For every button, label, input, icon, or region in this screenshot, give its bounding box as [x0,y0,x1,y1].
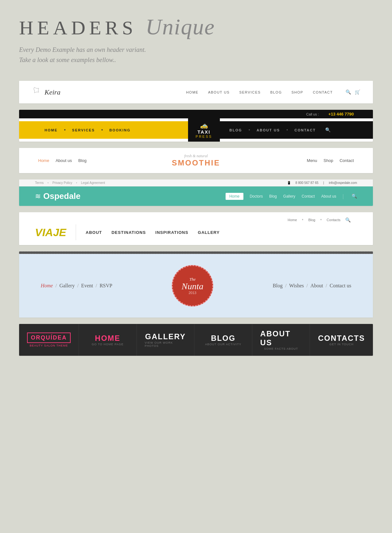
nunta-nav-contact[interactable]: Contact us [330,283,351,289]
header-ospedale: Terms • Privacy Policy • Legal Agreement… [19,179,373,206]
ospedale-logo: ≋ Ospedale [35,191,226,201]
hero-subtitle: Every Demo Example has an own header var… [19,45,373,65]
nunta-main: Home / Gallery / Event / RSVP The Nunta … [19,254,373,318]
ospedale-legal[interactable]: Legal Agreement [81,181,105,185]
ospedale-top-links: Terms • Privacy Policy • Legal Agreement [35,181,105,185]
taxi-nav-about[interactable]: ABOUT US [256,128,280,132]
orquidea-blog[interactable]: BLOG ABOUT OUR ACTIVITY [194,324,252,356]
nunta-nav-about[interactable]: About [311,283,323,289]
smoothie-nav-about[interactable]: About us [56,158,72,163]
taxi-nav-booking[interactable]: BOOKING [109,128,131,132]
ospedale-nav-blog[interactable]: Blog [269,194,277,199]
viaje-nav-inspirations[interactable]: INSPIRATIONS [155,230,188,235]
orquidea-home-label: HOME [95,334,120,343]
nunta-nav-event[interactable]: Event [81,283,93,289]
taxi-logo-text: TAXI [197,129,210,135]
viaje-nav-destinations[interactable]: DESTINATIONS [111,230,146,235]
smoothie-nav-home[interactable]: Home [38,158,49,163]
search-icon[interactable]: 🔍 [346,89,351,95]
smoothie-logo-fresh: fresh & natural [144,154,249,158]
orquidea-brand[interactable]: ORQUÍDEA BEAUTY SALON THEME [19,324,79,356]
headers-word: HEADERS [19,17,137,39]
ospedale-email: info@ospedale.com [329,181,357,185]
orquidea-about[interactable]: ABOUT US SOME FACTS ABOUT [252,324,310,356]
header-nunta: Home / Gallery / Event / RSVP The Nunta … [19,251,373,318]
nunta-left-nav: Home / Gallery / Event / RSVP [38,283,115,289]
nunta-nav-wishes[interactable]: Wishes [289,283,304,289]
nunta-year: 2013 [189,291,196,295]
ospedale-nav: Home Doctors Blog Gallery Contact About … [226,193,357,200]
keira-nav-services[interactable]: SERVICES [239,90,261,94]
taxi-call-label: Call us : [306,112,319,116]
cart-icon[interactable]: 🛒 [355,89,360,95]
orquidea-brand-label: ORQUÍDEA [27,333,71,343]
keira-nav-blog[interactable]: BLOG [270,90,282,94]
orquidea-gallery-label: GALLERY [145,332,186,341]
keira-nav: HOME ABOUT US SERVICES BLOG SHOP CONTACT… [186,89,360,95]
viaje-nav-about[interactable]: ABOUT [86,230,102,235]
nunta-name: Nunta [182,282,203,291]
ospedale-search-icon[interactable]: 🔍 [352,193,357,199]
hero-title-block: HEADERS Unique Every Demo Example has an… [19,16,373,65]
keira-nav-about[interactable]: ABOUT US [208,90,230,94]
header-keira: Keira HOME ABOUT US SERVICES BLOG SHOP C… [19,81,373,103]
keira-nav-contact[interactable]: CONTACT [313,90,333,94]
viaje-logo: VIAJE [35,226,66,239]
taxi-nav-contact[interactable]: CONTACT [294,128,316,132]
ospedale-logo-text: Ospedale [43,191,80,201]
ospedale-privacy[interactable]: Privacy Policy [52,181,72,185]
smoothie-nav-contact[interactable]: Contact [340,158,354,163]
waves-icon: ≋ [35,192,41,200]
smoothie-nav-blog[interactable]: Blog [78,158,87,163]
keira-nav-home[interactable]: HOME [186,90,199,94]
ospedale-nav-gallery[interactable]: Gallery [283,194,295,199]
taxi-right-nav: BLOG • ABOUT US • CONTACT 🔍 [220,121,373,139]
orquidea-contacts-sub: GET IN TOUCH [329,343,354,346]
ospedale-nav-doctors[interactable]: Doctors [250,194,263,199]
orquidea-blog-label: BLOG [211,334,235,343]
taxi-logo: 🚕 TAXI PRESS [188,118,220,142]
header-smoothie: Home About us Blog fresh & natural SMOOT… [19,148,373,173]
ospedale-terms[interactable]: Terms [35,181,44,185]
viaje-top-blog[interactable]: Blog [308,218,315,222]
taxi-search-icon[interactable]: 🔍 [325,127,331,133]
orquidea-contacts[interactable]: CONTACTS GET IN TOUCH [310,324,373,356]
smoothie-nav-shop[interactable]: Shop [324,158,333,163]
ospedale-nav-about[interactable]: About us [321,194,336,199]
orquidea-home[interactable]: HOME GO TO HOME PAGE [79,324,137,356]
viaje-search-icon[interactable]: 🔍 [345,217,351,223]
nunta-nav-gallery[interactable]: Gallery [60,283,75,289]
nunta-logo: The Nunta 2013 [172,265,213,306]
smoothie-logo-main: SMOOTHIE [144,158,249,167]
nunta-top-stripe [19,251,373,254]
viaje-top-nav: Home • Blog • Contacts 🔍 [35,217,357,223]
ospedale-nav-contact[interactable]: Contact [302,194,315,199]
smoothie-logo: fresh & natural SMOOTHIE [144,154,249,167]
ospedale-nav-home[interactable]: Home [226,193,243,200]
orquidea-about-sub: SOME FACTS ABOUT [264,347,298,350]
orquidea-gallery[interactable]: GALLERY VIEW OUR WORK PHOTOS [137,324,195,356]
smoothie-nav-menu[interactable]: Menu [307,158,317,163]
orquidea-brand-sub: BEAUTY SALON THEME [30,344,68,347]
phone-icon: 📱 [287,181,291,185]
keira-nav-shop[interactable]: SHOP [291,90,303,94]
nunta-nav-blog[interactable]: Blog [273,283,283,289]
taxi-nav-services[interactable]: SERVICES [72,128,95,132]
viaje-nav: ABOUT DESTINATIONS INSPIRATIONS GALLERY [86,230,220,235]
viaje-top-home[interactable]: Home [288,218,297,222]
viaje-nav-gallery[interactable]: GALLERY [198,230,220,235]
smoothie-right-nav: Menu Shop Contact [248,158,354,163]
header-viaje: Home • Blog • Contacts 🔍 VIAJE ABOUT DES… [19,212,373,245]
unique-word: Unique [145,15,215,39]
nunta-nav-home[interactable]: Home [41,283,53,289]
taxi-left-nav: HOME • SERVICES • BOOKING [19,121,188,139]
taxi-nav-home[interactable]: HOME [45,128,58,132]
orquidea-blog-sub: ABOUT OUR ACTIVITY [205,343,242,346]
page-title: HEADERS Unique [19,16,373,38]
nunta-nav-rsvp[interactable]: RSVP [100,283,112,289]
taxi-nav-blog[interactable]: BLOG [229,128,242,132]
header-taxi: Call us : +13 446 7790 HOME • SERVICES •… [19,110,373,142]
viaje-top-contacts[interactable]: Contacts [327,218,340,222]
nunta-badge: The Nunta 2013 [172,265,213,306]
orquidea-contacts-label: CONTACTS [318,334,365,343]
